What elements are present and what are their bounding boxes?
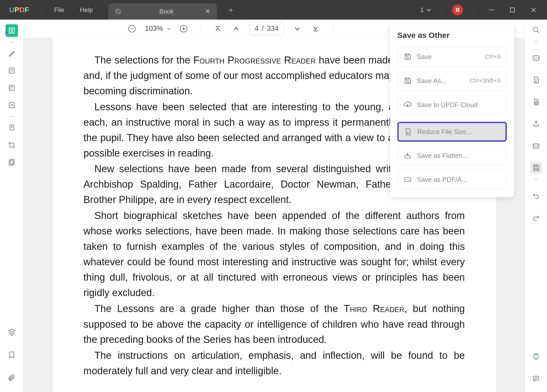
chevron-down-icon <box>167 27 171 30</box>
pdfa-icon: PDF/A <box>403 175 412 184</box>
indicator-dot <box>5 31 8 34</box>
svg-rect-40 <box>406 78 409 79</box>
save-button[interactable]: Save Ctrl+S <box>397 47 507 66</box>
document-tab[interactable]: Book ✕ <box>108 3 217 20</box>
edit-tool-icon[interactable] <box>5 99 18 111</box>
item-label: Reduce File Size... <box>417 128 501 136</box>
protect-icon[interactable] <box>530 96 542 108</box>
file-menu[interactable]: File <box>46 6 72 14</box>
redo-icon[interactable] <box>530 212 542 223</box>
item-label: Save as PDF/A... <box>417 176 501 183</box>
ai-assistant-icon[interactable] <box>530 351 542 362</box>
save-as-button[interactable]: Save As... Ctrl+Shift+S <box>397 71 507 90</box>
item-label: Save As... <box>417 77 464 85</box>
svg-rect-13 <box>9 102 14 108</box>
reduce-file-size-button[interactable]: Reduce File Size... <box>397 122 507 142</box>
separator <box>333 24 333 34</box>
shortcut-label: Ctrl+S <box>485 53 501 60</box>
pages-tool-icon[interactable] <box>5 156 18 169</box>
separator <box>474 5 474 14</box>
text-tool-icon[interactable] <box>5 82 18 94</box>
title-bar: UPDF File Help Book ✕ ＋ 1 B <box>0 0 547 20</box>
svg-point-39 <box>406 80 409 83</box>
ocr-icon[interactable]: OCR <box>530 52 542 64</box>
document-icon <box>115 8 121 15</box>
zoom-level-dropdown[interactable]: 103% <box>145 25 171 33</box>
chevron-down-icon <box>426 8 431 11</box>
svg-rect-38 <box>406 54 409 55</box>
save-to-cloud-button[interactable]: Save to UPDF Cloud <box>397 95 507 114</box>
svg-rect-31 <box>533 144 539 148</box>
svg-rect-3 <box>510 8 515 12</box>
svg-text:OCR: OCR <box>534 57 540 60</box>
crop-tool-icon[interactable] <box>5 139 18 151</box>
svg-rect-32 <box>535 169 537 171</box>
close-window-button[interactable] <box>526 5 540 15</box>
close-tab-icon[interactable]: ✕ <box>205 8 210 15</box>
reduce-file-icon <box>404 128 412 136</box>
panel-title: Save as Other <box>397 31 507 40</box>
svg-text:PDF/A: PDF/A <box>405 178 412 181</box>
flatten-icon <box>403 151 412 160</box>
save-file-icon <box>403 53 412 61</box>
convert-icon[interactable] <box>530 74 542 86</box>
save-as-flatten-button[interactable]: Save as Flatten... <box>397 146 507 165</box>
maximize-button[interactable] <box>505 5 520 15</box>
svg-rect-34 <box>533 376 539 380</box>
separator <box>441 5 442 14</box>
minimize-button[interactable] <box>484 5 499 15</box>
highlight-tool-icon[interactable] <box>5 47 18 60</box>
first-page-button[interactable] <box>213 24 223 34</box>
svg-rect-33 <box>535 165 537 167</box>
separator <box>10 42 14 42</box>
new-tab-button[interactable]: ＋ <box>227 5 235 15</box>
attachment-icon[interactable] <box>5 372 18 384</box>
item-label: Save to UPDF Cloud <box>417 101 501 109</box>
tab-title: Book <box>128 8 205 15</box>
svg-rect-2 <box>489 10 494 10</box>
paragraph: The Lessons are a grade higher than thos… <box>84 301 465 347</box>
item-label: Save <box>417 53 479 61</box>
zoom-in-button[interactable] <box>178 24 189 34</box>
separator <box>534 41 538 42</box>
comment-icon[interactable] <box>530 373 542 384</box>
app-logo: UPDF <box>9 6 29 14</box>
item-label: Save as Flatten... <box>417 152 501 159</box>
left-sidebar <box>0 20 24 392</box>
help-menu[interactable]: Help <box>72 6 101 14</box>
bookmark-icon[interactable] <box>5 349 18 361</box>
right-sidebar: OCR <box>525 20 547 392</box>
page-number-input[interactable]: 4 / 334 <box>249 22 284 35</box>
email-icon[interactable] <box>530 140 542 152</box>
user-avatar[interactable]: B <box>452 4 463 15</box>
paragraph: Short biographical sketches have been ap… <box>84 208 465 300</box>
prev-page-button[interactable] <box>231 24 241 34</box>
layers-icon[interactable] <box>5 326 18 338</box>
reader-tool-icon[interactable] <box>5 24 18 37</box>
separator <box>534 179 538 180</box>
next-page-button[interactable] <box>292 24 302 34</box>
save-icon[interactable] <box>530 162 542 174</box>
paragraph: The instructions on articulation, emphas… <box>84 348 465 379</box>
organize-tool-icon[interactable] <box>5 122 18 134</box>
search-icon[interactable] <box>530 24 542 36</box>
separator <box>42 5 42 14</box>
svg-line-1 <box>117 10 120 13</box>
last-page-button[interactable] <box>310 24 321 34</box>
svg-point-37 <box>406 56 409 59</box>
save-as-pdfa-button[interactable]: PDF/A Save as PDF/A... <box>397 170 507 189</box>
zoom-out-button[interactable] <box>127 24 137 34</box>
svg-point-26 <box>533 27 538 32</box>
share-icon[interactable] <box>530 118 542 130</box>
save-as-other-panel: Save as Other Save Ctrl+S Save As... Ctr… <box>390 24 514 197</box>
save-as-file-icon <box>403 77 412 85</box>
undo-icon[interactable] <box>530 190 542 201</box>
separator <box>10 116 14 117</box>
svg-line-27 <box>537 31 539 33</box>
separator <box>201 24 201 34</box>
svg-rect-41 <box>405 156 410 158</box>
shortcut-label: Ctrl+Shift+S <box>470 77 501 84</box>
tab-count-dropdown[interactable]: 1 <box>420 6 431 14</box>
cloud-upload-icon <box>403 101 412 109</box>
annotate-tool-icon[interactable] <box>5 64 18 77</box>
